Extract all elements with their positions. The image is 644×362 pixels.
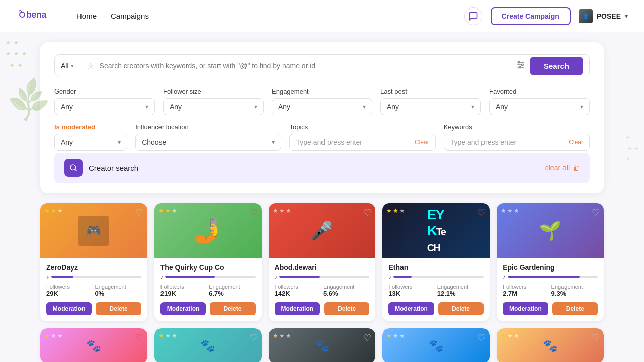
card-image: 🌱 ★★★ ♡ — [497, 203, 604, 258]
card-body: Ethan ♪ Followers13K Engagement12.1% Mod… — [382, 258, 490, 321]
followers-label: Followers13K — [388, 284, 435, 297]
card-actions: Moderation Delete — [275, 302, 370, 315]
topics-filter: Topics Type and press enter Clear — [289, 123, 435, 151]
search-button[interactable]: Search — [530, 57, 583, 75]
keywords-clear-button[interactable]: Clear — [569, 139, 583, 146]
deco-stars-right: ✦ ✦ ✦✦ — [625, 133, 639, 165]
star-empty-icon: ★ — [507, 207, 513, 214]
star-empty-icon: ★ — [57, 207, 63, 214]
moderation-button[interactable]: Moderation — [160, 302, 206, 315]
heart-button[interactable]: ♡ — [363, 207, 371, 218]
keywords-input-wrapper[interactable]: Type and press enter Clear — [444, 134, 590, 151]
moderation-button[interactable]: Moderation — [46, 302, 92, 315]
star-empty-icon: ★ — [399, 207, 405, 214]
delete-button[interactable]: Delete — [438, 302, 484, 315]
star-icon: ★ — [158, 332, 164, 339]
last-post-label: Last post — [380, 87, 481, 95]
heart-button[interactable]: ♡ — [477, 207, 486, 218]
creator-card: 🤳 ★★★ ♡ The Quirky Cup Co ♪ Followers219… — [154, 203, 262, 321]
chat-icon-btn[interactable] — [464, 7, 482, 25]
engagement-stat: Engagement9.3% — [551, 284, 598, 297]
tiktok-icon: ♪ — [46, 274, 49, 280]
card-stars-bottom: ★ ★ ★ — [158, 332, 177, 339]
search-type-label: All — [61, 62, 69, 70]
creator-name: Ethan — [388, 263, 484, 272]
star-empty-icon: ★ — [57, 332, 63, 339]
heart-button[interactable]: ♡ — [250, 207, 258, 218]
card-body: The Quirky Cup Co ♪ Followers219K Engage… — [154, 258, 262, 321]
heart-button[interactable]: ♡ — [592, 207, 600, 218]
search-bar: All ▾ ☆ Search — [54, 54, 590, 77]
user-menu[interactable]: 👤 POSEE ▾ — [579, 9, 628, 23]
heart-button-bottom[interactable]: ♡ — [592, 332, 600, 343]
topics-clear-button[interactable]: Clear — [415, 139, 429, 146]
logo[interactable]: bena — [16, 7, 56, 25]
gender-select[interactable]: Any ▾ — [54, 98, 155, 115]
platform-bar-fill — [393, 276, 412, 278]
creators-grid: 🎮 ★★★ ♡ ZeroDayz ♪ Followers29K Engageme… — [40, 203, 604, 321]
star-empty-icon: ★ — [279, 332, 285, 339]
chevron-down-icon: ▾ — [625, 13, 628, 20]
filter-options-icon[interactable] — [516, 60, 526, 72]
create-campaign-button[interactable]: Create Campaign — [491, 7, 571, 25]
nav-campaigns[interactable]: Campaigns — [111, 12, 149, 20]
card-stars: ★★★ — [273, 207, 291, 214]
card-stats: Followers219K Engagement6.7% — [160, 284, 256, 297]
page-wrapper: ✦ ✦✦ ✦ ✦ ✦ ✦ 🌿 ✦ ✦ ✦✦ All ▾ ☆ Search — [0, 32, 644, 362]
platform-bar-fill — [279, 276, 320, 278]
heart-button-bottom[interactable]: ♡ — [250, 332, 258, 343]
deco-stars: ✦ ✦✦ ✦ ✦ ✦ ✦ — [5, 37, 27, 71]
favorited-select[interactable]: Any ▾ — [489, 98, 590, 115]
moderation-button[interactable]: Moderation — [503, 302, 548, 315]
engagement-stat: Engagement0% — [95, 284, 141, 297]
topics-input-wrapper[interactable]: Type and press enter Clear — [289, 134, 435, 151]
clear-all-button[interactable]: clear all 🗑 — [545, 164, 580, 172]
delete-button[interactable]: Delete — [324, 302, 369, 315]
star-empty-icon: ★ — [507, 332, 513, 339]
engagement-label: Engagement — [272, 87, 372, 95]
star-empty-icon: ★ — [286, 332, 291, 339]
is-moderated-select[interactable]: Any ▾ — [54, 134, 127, 151]
favorited-chevron-icon: ▾ — [580, 103, 583, 110]
delete-button[interactable]: Delete — [96, 302, 141, 315]
engagement-stat: Engagement6.7% — [209, 284, 255, 297]
last-post-select[interactable]: Any ▾ — [380, 98, 481, 115]
card-actions: Moderation Delete — [160, 302, 256, 315]
influencer-location-label: Influencer location — [135, 123, 281, 131]
moderation-button[interactable]: Moderation — [275, 302, 320, 315]
search-input[interactable] — [100, 62, 512, 70]
last-post-chevron-icon: ▾ — [471, 103, 474, 110]
svg-text:bena: bena — [26, 10, 47, 20]
follower-size-chevron-icon: ▾ — [254, 103, 257, 110]
card-image: EYKTeCH ★★★ ♡ — [382, 203, 490, 258]
favorited-label: Favorited — [489, 87, 590, 95]
star-filled-icon: ★ — [44, 207, 50, 214]
star-empty-icon: ★ — [51, 332, 56, 339]
user-name: POSEE — [597, 12, 621, 20]
delete-button[interactable]: Delete — [552, 302, 598, 315]
star-empty-icon: ★ — [399, 332, 405, 339]
heart-button-bottom[interactable]: ♡ — [135, 332, 143, 343]
engagement-select[interactable]: Any ▾ — [272, 98, 372, 115]
creator-search-label: Creator search — [89, 164, 138, 172]
platform-bar — [279, 276, 369, 278]
platform-bar — [51, 276, 141, 278]
moderation-button[interactable]: Moderation — [388, 302, 434, 315]
influencer-location-select[interactable]: Choose ▾ — [135, 134, 281, 151]
heart-button-bottom[interactable]: ♡ — [477, 332, 486, 343]
follower-size-select[interactable]: Any ▾ — [163, 98, 264, 115]
search-type-select[interactable]: All ▾ — [61, 62, 80, 70]
followers-label: Followers29K — [46, 284, 93, 297]
delete-button[interactable]: Delete — [210, 302, 255, 315]
influencer-location-filter: Influencer location Choose ▾ — [135, 123, 281, 151]
svg-point-0 — [20, 12, 25, 17]
card-stars-bottom: ★ ★ ★ — [386, 332, 405, 339]
is-moderated-chevron-icon: ▾ — [118, 139, 121, 146]
nav-home[interactable]: Home — [76, 12, 97, 20]
heart-button[interactable]: ♡ — [135, 207, 143, 218]
star-filled-icon: ★ — [393, 207, 398, 214]
heart-button-bottom[interactable]: ♡ — [363, 332, 371, 343]
search-type-chevron-icon: ▾ — [71, 63, 74, 69]
star-icon: ★ — [386, 332, 392, 339]
platform-bar-fill — [165, 276, 215, 278]
